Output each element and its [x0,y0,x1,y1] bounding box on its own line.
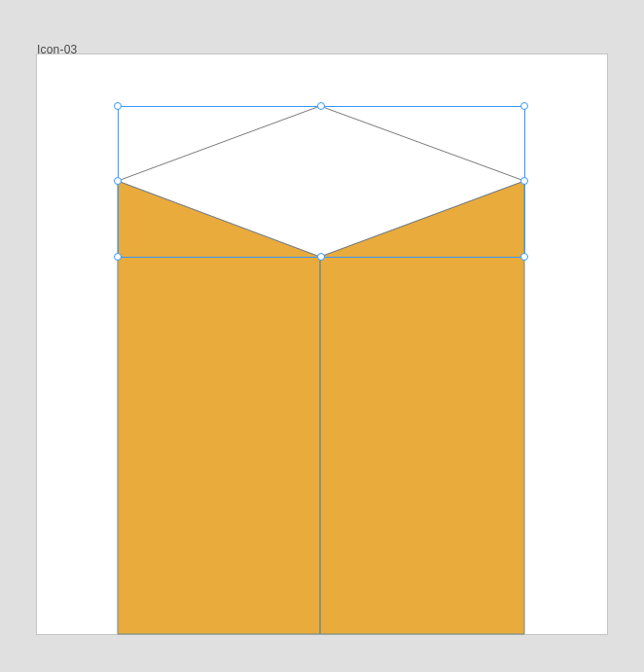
selection-handle[interactable] [521,103,528,110]
cube-left-face[interactable] [118,181,320,634]
canvas-svg [0,0,644,672]
selection-handle[interactable] [318,103,325,110]
selection-handle[interactable] [115,254,122,261]
cube-shape-group[interactable] [118,106,524,634]
selection-handle[interactable] [115,103,122,110]
selection-handle[interactable] [521,254,528,261]
cube-right-face[interactable] [320,181,524,634]
selection-handle[interactable] [521,178,528,185]
design-canvas-stage[interactable]: Icon-03 [0,0,644,672]
selection-handle[interactable] [115,178,122,185]
selection-handle[interactable] [318,254,325,261]
